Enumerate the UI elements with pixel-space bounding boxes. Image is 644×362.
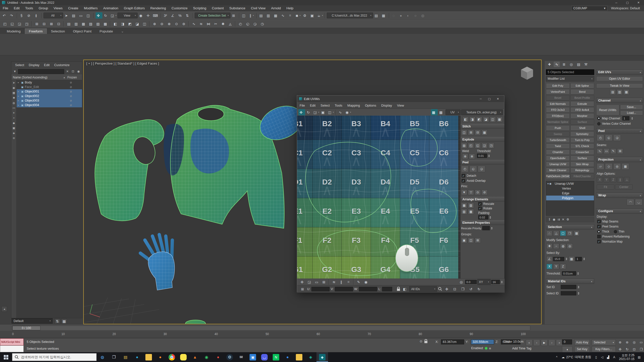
modifier-button[interactable]: Sweep [546,131,570,137]
mirror-icon[interactable]: ◫ [241,12,248,19]
preset-icon[interactable]: ▦ [61,319,67,324]
taskbar-app-naver[interactable]: N [270,352,282,362]
taskbar-app-edge[interactable]: ● [131,352,143,362]
select-object-icon[interactable]: ➤ [64,12,70,19]
previous-frame-button[interactable]: ‹ [533,339,540,346]
explorer-filter-icon[interactable]: ▭ [13,106,15,110]
uv-falloff-icon[interactable]: ∿ [338,109,344,115]
arrange-icon[interactable]: ▧ [468,203,474,208]
planar-angle-toggle-icon[interactable]: ∠ [546,256,552,262]
macro-toolbar-icon[interactable]: ◫ [141,21,148,27]
align-axis-button[interactable]: Y [603,177,610,183]
expand-arrow-icon[interactable]: ▸ [18,81,20,84]
macro-toolbar-icon[interactable]: ◲ [16,21,23,27]
threshold-spinner[interactable] [577,272,580,276]
smoothing-group-field[interactable]: 1 [575,257,582,261]
uv-zoom-region-icon[interactable]: ❒ [459,286,466,292]
y-coord-field[interactable]: 320.558cm [471,339,494,344]
stitch-icon[interactable]: ⊞ [468,130,474,135]
modifier-button[interactable]: Mesh Cleaner [546,167,570,173]
tray-volume-icon[interactable]: ◁ [600,355,605,359]
select-id-spinner[interactable] [577,291,580,295]
quick-peel-icon[interactable]: ◴ [597,134,604,141]
group-icon[interactable]: ▣ [461,238,467,243]
modify-tab-icon[interactable]: ∿ [554,62,560,67]
window-crossing-icon[interactable]: ◫ [86,12,92,19]
viewport-layout-icon[interactable]: ❒ [638,346,644,352]
explorer-filter-icon[interactable]: ⊚ [13,137,15,140]
shrink-selection-icon[interactable]: − [553,243,559,249]
explode-icon[interactable]: ◱ [475,143,481,148]
edit-uvws-menu-item[interactable]: Display [379,104,395,107]
modifier-button[interactable]: Bend [570,89,594,95]
close-button[interactable]: ✕ [633,0,644,5]
display-tab-icon[interactable]: ▤ [576,62,582,67]
point-to-point-seam-icon[interactable]: ▭ [603,148,610,154]
macro-toolbar-icon[interactable]: ≋ [198,21,205,27]
maximize-button[interactable]: ▢ [622,0,633,5]
edit-uvws-menu-item[interactable]: View [394,104,407,107]
uv-rotate-left-icon[interactable]: ↺ [467,286,474,292]
modifier-button[interactable]: FFD 3x3x3 [546,107,570,113]
toggle-scene-explorer-icon[interactable]: ▤ [258,12,265,19]
select-and-move-icon[interactable]: ✜ [96,12,102,19]
uv-zoom-extents-icon[interactable]: ⊡ [451,286,458,292]
macro-toolbar-icon[interactable]: ✱ [220,21,226,27]
explorer-filter-icon[interactable]: ◍ [13,101,15,105]
modifier-button[interactable]: Bevel Profile [570,95,594,101]
macro-toolbar-icon[interactable] [31,21,32,27]
sep[interactable] [42,13,42,18]
macro-toolbar-icon[interactable]: ◶ [252,21,258,27]
preset-dropdown[interactable]: Default▾ [12,318,53,324]
rotate-checkbox[interactable] [478,207,482,210]
macro-toolbar-icon[interactable]: ◨ [119,21,126,27]
v-field[interactable] [335,287,353,291]
macro-toolbar-icon[interactable]: ⊟ [41,21,48,27]
modifier-button[interactable]: Retopology [570,167,594,173]
set-key-button[interactable]: Set Key [574,346,590,352]
modifier-stack-row[interactable]: Polygon [546,196,594,200]
u-field[interactable] [311,287,330,291]
arrange-icon[interactable]: ▨ [461,209,467,214]
modifier-button[interactable]: Shell [570,125,594,131]
scene-explorer-menu-item[interactable]: Select [13,63,26,67]
modifier-button[interactable]: FFD 4x4x4 [570,107,594,113]
macro-toolbar-icon[interactable]: ⊡ [55,21,62,27]
loop-selection-icon[interactable]: ◍ [560,243,566,249]
frozen-toggle-icon[interactable] [70,90,72,93]
uv-rotate-angle-field[interactable]: 0.0 [465,280,477,284]
taskbar-app-notes[interactable]: ▤ [120,352,131,362]
start-button[interactable] [0,352,12,362]
macro-toolbar-icon[interactable]: ▩ [102,21,109,27]
toggle-ribbon-icon[interactable]: ▦ [273,12,280,19]
sep[interactable] [329,279,329,285]
pin-icon[interactable]: ⊙ [475,190,481,195]
track-bar[interactable]: 0102030405060708090100 [0,331,644,338]
edit-uvws-titlebar[interactable]: Edit UVWs ─ ▢ ✕ [297,96,504,102]
smoothing-group-spinner[interactable] [583,257,585,261]
configure-modifier-sets-icon[interactable]: ⚙ [567,218,569,221]
pan-icon[interactable]: ✜ [617,346,623,352]
explorer-filter-icon[interactable]: ◈ [13,131,15,135]
uv-pan-icon[interactable]: ✜ [443,286,450,292]
keyboard-override-icon[interactable]: ⌨ [153,12,159,19]
l-field[interactable] [382,287,392,291]
expand-arrow-icon[interactable]: ▸ [18,90,20,93]
taskbar-app-vlc[interactable]: ▲ [189,352,201,362]
uv-brush-icon[interactable]: ◉ [363,279,369,285]
quick-planar-x-icon[interactable]: ▤ [610,89,616,95]
map-channel-radio[interactable] [597,117,600,120]
redo-icon[interactable]: ↷ [9,12,16,19]
use-pivot-center-icon[interactable]: ◉ [138,12,145,19]
left-dock-handle[interactable]: ◂ [2,306,7,312]
pin-icon[interactable]: ⊘ [481,190,488,195]
edge-subobject-icon[interactable]: △ [553,231,559,236]
explode-section-header[interactable]: Explode [461,137,504,142]
explorer-filter-icon[interactable]: ◆ [13,121,15,125]
load-uvs-button[interactable]: Load... [620,110,643,115]
spinner-snap-icon[interactable]: ⇅ [185,12,191,19]
sep[interactable] [94,13,94,18]
dialog-maximize-button[interactable]: ▢ [485,96,494,102]
uv-rotate-right-icon[interactable]: ↻ [475,286,482,292]
time-slider-track[interactable]: 0 / 100 [12,326,530,331]
